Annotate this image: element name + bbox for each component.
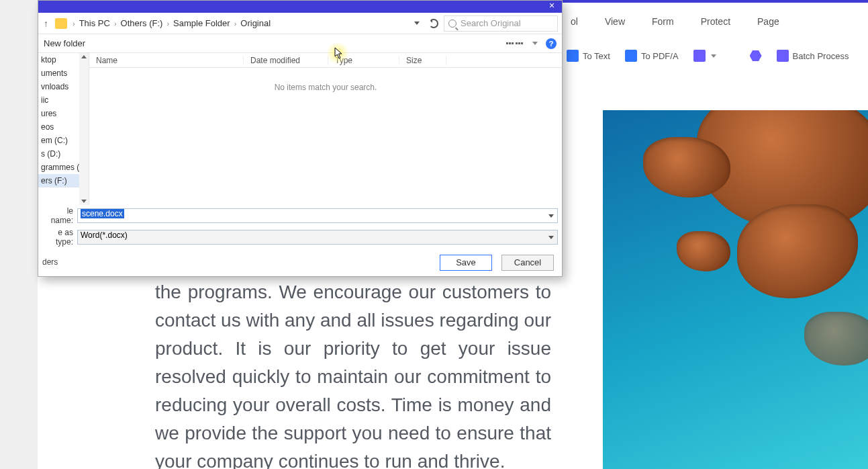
more-convert-button[interactable] bbox=[689, 47, 720, 65]
file-name-label: le name: bbox=[42, 206, 73, 225]
dialog-titlebar[interactable]: × bbox=[38, 1, 562, 13]
col-type[interactable]: Type bbox=[328, 56, 399, 65]
new-folder-button[interactable]: New folder bbox=[44, 38, 85, 48]
address-bar: ↑ › This PC › Others (F:) › Sample Folde… bbox=[38, 13, 562, 34]
batch-label: Batch Process bbox=[793, 51, 849, 61]
tab-partial[interactable]: ol bbox=[561, 12, 587, 31]
file-list[interactable]: Name Date modified Type Size No items ma… bbox=[89, 53, 562, 205]
column-headers[interactable]: Name Date modified Type Size bbox=[89, 53, 562, 68]
search-placeholder: Search Original bbox=[461, 18, 521, 28]
chevron-down-icon[interactable] bbox=[532, 42, 538, 45]
help-icon[interactable]: ? bbox=[546, 38, 557, 49]
close-button[interactable]: × bbox=[542, 0, 562, 13]
breadcrumb[interactable]: › This PC › Others (F:) › Sample Folder … bbox=[73, 18, 405, 28]
chevron-right-icon: › bbox=[234, 19, 237, 28]
chevron-down-icon[interactable] bbox=[548, 214, 554, 218]
file-name-input[interactable]: scene.docx bbox=[77, 208, 558, 223]
tab-form[interactable]: Form bbox=[642, 12, 683, 31]
hex-tool-button[interactable] bbox=[746, 47, 766, 65]
dialog-toolbar: New folder ? bbox=[38, 34, 562, 53]
chevron-down-icon bbox=[711, 54, 716, 58]
batch-icon bbox=[777, 50, 789, 62]
document-image-aerial-coast bbox=[603, 110, 868, 469]
breadcrumb-item-this-pc[interactable]: This PC bbox=[79, 18, 110, 28]
chevron-right-icon: › bbox=[114, 19, 117, 28]
hide-folders-link[interactable]: ders bbox=[42, 257, 58, 267]
more-convert-icon bbox=[693, 50, 706, 62]
save-type-row: e as type: Word(*.docx) bbox=[38, 226, 562, 248]
tab-view[interactable]: View bbox=[595, 12, 634, 31]
hexagon-icon bbox=[750, 50, 762, 62]
breadcrumb-item-original[interactable]: Original bbox=[240, 18, 271, 28]
search-icon bbox=[448, 19, 456, 28]
save-button[interactable]: Save bbox=[440, 255, 492, 271]
dialog-footer: Save Cancel bbox=[38, 248, 562, 275]
view-mode-button[interactable] bbox=[506, 42, 523, 44]
to-text-label: To Text bbox=[583, 51, 610, 61]
cancel-button[interactable]: Cancel bbox=[501, 255, 554, 271]
chevron-right-icon: › bbox=[166, 19, 169, 28]
refresh-icon[interactable] bbox=[429, 19, 438, 28]
to-text-button[interactable]: To Text bbox=[563, 47, 614, 65]
document-body-text: the programs. We encourage our customers… bbox=[155, 278, 551, 469]
chevron-down-icon[interactable] bbox=[548, 236, 554, 239]
empty-message: No items match your search. bbox=[89, 83, 562, 92]
file-name-row: le name: scene.docx bbox=[38, 205, 562, 226]
save-as-dialog: × ↑ › This PC › Others (F:) › Sample Fol… bbox=[38, 0, 563, 277]
nav-up-icon[interactable]: ↑ bbox=[42, 18, 50, 29]
breadcrumb-item-others-f[interactable]: Others (F:) bbox=[121, 18, 163, 28]
scroll-down-icon[interactable] bbox=[81, 200, 87, 203]
col-date[interactable]: Date modified bbox=[244, 56, 328, 65]
dialog-body: ktop uments vnloads iic ures eos em (C:)… bbox=[38, 53, 562, 205]
to-pdfa-icon bbox=[625, 50, 637, 62]
save-type-label: e as type: bbox=[42, 228, 73, 247]
close-icon: × bbox=[549, 0, 554, 11]
history-dropdown-icon[interactable] bbox=[414, 22, 420, 25]
batch-process-button[interactable]: Batch Process bbox=[773, 47, 853, 65]
search-input[interactable]: Search Original bbox=[444, 15, 558, 32]
to-text-icon bbox=[567, 50, 579, 62]
tab-protect[interactable]: Protect bbox=[691, 12, 740, 31]
file-name-value: scene.docx bbox=[81, 209, 124, 218]
to-pdfa-button[interactable]: To PDF/A bbox=[621, 47, 683, 65]
folder-icon bbox=[55, 18, 67, 29]
tree-scrollbar[interactable] bbox=[79, 53, 89, 205]
save-type-select[interactable]: Word(*.docx) bbox=[77, 230, 558, 245]
folder-tree[interactable]: ktop uments vnloads iic ures eos em (C:)… bbox=[38, 53, 89, 205]
col-name[interactable]: Name bbox=[89, 56, 244, 65]
save-type-value: Word(*.docx) bbox=[81, 230, 128, 240]
tab-page[interactable]: Page bbox=[748, 12, 789, 31]
chevron-right-icon: › bbox=[73, 19, 75, 28]
scroll-up-icon[interactable] bbox=[81, 55, 87, 58]
breadcrumb-item-sample-folder[interactable]: Sample Folder bbox=[173, 18, 230, 28]
col-size[interactable]: Size bbox=[399, 56, 446, 65]
to-pdfa-label: To PDF/A bbox=[641, 51, 679, 61]
